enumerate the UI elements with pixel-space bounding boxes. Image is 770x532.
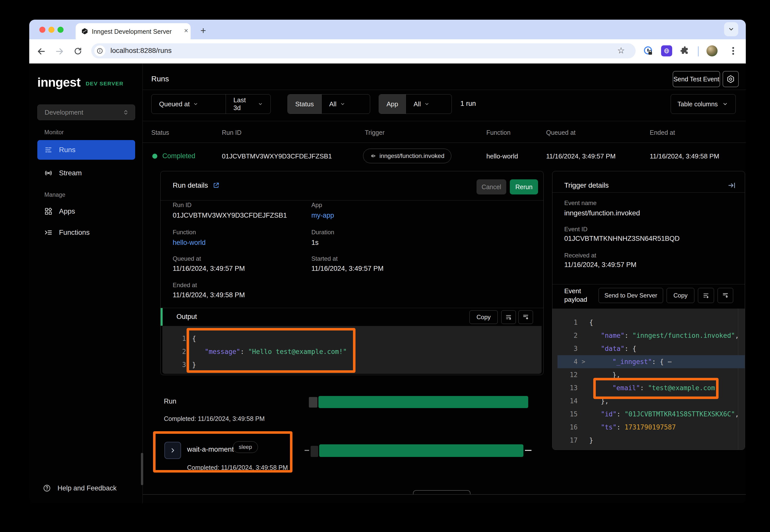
sidebar-item-stream[interactable]: Stream: [37, 163, 135, 183]
sidebar-item-label: Apps: [59, 207, 75, 215]
app-filter-value-label: All: [413, 100, 421, 108]
send-test-event-button[interactable]: Send Test Event: [673, 71, 720, 87]
table-columns-label: Table columns: [678, 101, 718, 108]
field-value-app[interactable]: my-app: [311, 212, 334, 219]
output-expand-button[interactable]: [518, 310, 533, 324]
step-bar-left-tick: [305, 450, 309, 451]
time-range-filter[interactable]: Last 3d: [226, 94, 271, 114]
sidebar-item-label: Functions: [59, 228, 89, 237]
load-more-button-partial[interactable]: [413, 490, 470, 494]
send-to-dev-server-button[interactable]: Send to Dev Server: [599, 288, 663, 303]
col-header-status[interactable]: Status: [151, 129, 169, 136]
queued-at-filter[interactable]: Queued at: [151, 94, 226, 114]
tab-search-button[interactable]: [724, 22, 738, 36]
step-bar-right-tick: [525, 450, 531, 451]
password-manager-icon[interactable]: [643, 45, 654, 56]
avatar[interactable]: [707, 45, 718, 56]
line-number: 13: [557, 384, 578, 392]
sidebar-item-label: Runs: [59, 146, 75, 154]
traffic-light-zoom[interactable]: [57, 27, 63, 33]
site-info-button[interactable]: [94, 45, 105, 56]
extensions-puzzle-icon[interactable]: [680, 46, 690, 56]
purple-extension-icon[interactable]: [661, 45, 672, 56]
dev-server-badge: DEV SERVER: [86, 81, 123, 87]
run-duration-bar[interactable]: [318, 396, 528, 408]
field-label-function: Function: [173, 229, 196, 236]
field-value-queued-at: 11/16/2024, 3:49:57 PM: [173, 265, 245, 273]
received-at-value: 11/16/2024, 3:49:57 PM: [564, 261, 636, 269]
field-value-run-id: 01JCVBTMV3WXY9D3CFDEJFZSB1: [173, 212, 287, 219]
payload-expand-button[interactable]: [718, 288, 733, 303]
rerun-button[interactable]: Rerun: [510, 179, 538, 194]
back-icon[interactable]: [37, 47, 46, 56]
cancel-button[interactable]: Cancel: [476, 179, 506, 194]
event-id-value: 01JCVBTMTKNHNHZ3SN64R51BQD: [564, 235, 680, 243]
reload-icon[interactable]: [74, 47, 82, 55]
word-wrap-icon: [505, 314, 512, 320]
step-duration-bar[interactable]: [319, 444, 523, 457]
code-line: 16"ts": 1731790197587: [557, 421, 745, 434]
output-accent-bar: [160, 308, 162, 326]
code-line: 15"id": "01JCVBTMTKR41S8STTKEXSKX6C",: [557, 408, 745, 421]
line-number: 1: [557, 319, 578, 326]
line-number: 2: [168, 348, 186, 355]
payload-word-wrap-button[interactable]: [698, 288, 714, 303]
tab-close-icon[interactable]: ×: [184, 27, 188, 35]
help-icon: [43, 484, 51, 492]
kebab-menu-icon[interactable]: [728, 45, 738, 56]
sidebar-item-apps[interactable]: Apps: [37, 202, 135, 221]
settings-button[interactable]: [723, 71, 739, 87]
traffic-light-minimize[interactable]: [48, 27, 54, 33]
app-filter-label: App: [387, 100, 398, 108]
status-dot: [152, 154, 157, 159]
row-run-id: 01JCVBTMV3WXY9D3CFDEJFZSB1: [222, 152, 332, 160]
external-link-icon[interactable]: [213, 182, 220, 189]
collapse-panel-icon[interactable]: [728, 181, 736, 189]
toolbar-separator: [698, 46, 699, 56]
sidebar-item-functions[interactable]: Functions: [37, 223, 135, 242]
app-filter-value[interactable]: All: [406, 94, 437, 114]
field-label-started-at: Started at: [311, 255, 338, 262]
scrollbar-thumb[interactable]: [141, 453, 143, 485]
col-header-trigger[interactable]: Trigger: [365, 129, 384, 136]
payload-copy-button[interactable]: Copy: [667, 288, 694, 303]
forward-icon[interactable]: [55, 47, 64, 56]
run-details-header-divider: [160, 200, 543, 201]
fold-chevron-icon[interactable]: >: [578, 358, 589, 365]
star-icon[interactable]: ☆: [617, 45, 625, 55]
expand-lines-icon: [722, 292, 729, 299]
environment-selector[interactable]: Development: [37, 105, 135, 120]
event-payload-divider: [552, 284, 745, 284]
trigger-badge[interactable]: inngest/function.invoked: [363, 149, 451, 163]
functions-icon: [44, 228, 52, 237]
help-and-feedback[interactable]: Help and Feedback: [43, 484, 116, 492]
sidebar-item-runs[interactable]: Runs: [37, 140, 135, 160]
table-columns-button[interactable]: Table columns: [671, 94, 736, 114]
code-text: },: [589, 371, 620, 379]
url-bar[interactable]: [91, 43, 636, 58]
run-details-header: Run details: [173, 181, 220, 189]
inngest-logo: inngest: [37, 75, 80, 90]
line-number: 4: [557, 358, 578, 365]
line-number: 17: [557, 437, 578, 444]
url-text[interactable]: localhost:8288/runs: [110, 47, 172, 55]
new-tab-plus-icon[interactable]: +: [201, 25, 206, 36]
col-header-ended-at[interactable]: Ended at: [650, 129, 675, 136]
output-word-wrap-button[interactable]: [501, 310, 516, 324]
event-payload-title: Event payload: [564, 287, 597, 304]
event-trigger-icon: [370, 153, 376, 159]
col-header-queued-at[interactable]: Queued at: [546, 129, 575, 136]
code-text: "_inngest": { ⋯: [589, 358, 672, 365]
screenshot-stage: Inngest Development Server × + localhost…: [0, 0, 770, 532]
status-filter-value[interactable]: All: [322, 94, 353, 114]
traffic-light-close[interactable]: [39, 27, 45, 33]
time-field-filter: Queued at Last 3d: [151, 94, 271, 114]
field-label-duration: Duration: [311, 229, 334, 236]
col-header-run-id[interactable]: Run ID: [222, 129, 242, 136]
sidebar-item-label: Stream: [59, 169, 82, 177]
field-value-function[interactable]: hello-world: [173, 239, 206, 247]
line-number: 3: [557, 345, 578, 352]
env-selector-chevrons-icon: [123, 109, 129, 115]
output-copy-button[interactable]: Copy: [469, 310, 498, 324]
col-header-function[interactable]: Function: [486, 129, 510, 136]
